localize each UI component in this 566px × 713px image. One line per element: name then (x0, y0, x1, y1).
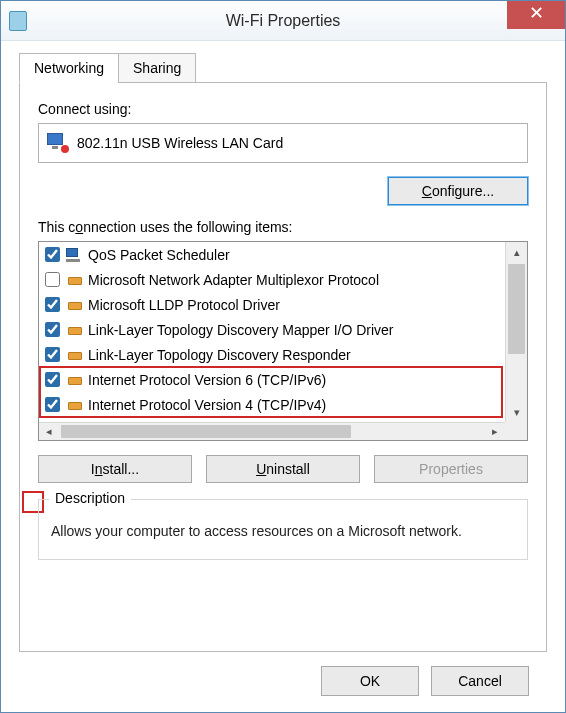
scroll-down-arrow[interactable]: ▾ (506, 402, 527, 422)
horizontal-scrollbar[interactable]: ◂ ▸ (39, 422, 505, 440)
install-button[interactable]: Install... (38, 455, 192, 483)
configure-button[interactable]: Configure... (388, 177, 528, 205)
service-icon (66, 248, 82, 262)
tabstrip: Networking Sharing (19, 53, 547, 83)
close-button[interactable]: ✕ (507, 1, 565, 29)
component-buttons-row: Install... Uninstall Properties (38, 455, 528, 483)
list-item[interactable]: Internet Protocol Version 6 (TCP/IPv6) (39, 367, 505, 392)
items-label: This connection uses the following items… (38, 219, 528, 235)
tab-sharing[interactable]: Sharing (118, 53, 196, 83)
list-item[interactable]: Link-Layer Topology Discovery Mapper I/O… (39, 317, 505, 342)
item-label: Internet Protocol Version 6 (TCP/IPv6) (88, 372, 326, 388)
scroll-up-arrow[interactable]: ▴ (506, 242, 527, 262)
description-legend: Description (49, 490, 131, 506)
protocol-icon (66, 398, 82, 412)
app-icon (9, 11, 27, 31)
network-adapter-icon (47, 133, 69, 153)
list-item[interactable]: Link-Layer Topology Discovery Responder (39, 342, 505, 367)
properties-button: Properties (374, 455, 528, 483)
item-checkbox[interactable] (45, 322, 60, 337)
vertical-scrollbar[interactable]: ▴ ▾ (505, 242, 527, 422)
item-label: Link-Layer Topology Discovery Mapper I/O… (88, 322, 394, 338)
item-label: Link-Layer Topology Discovery Responder (88, 347, 351, 363)
protocol-icon (66, 373, 82, 387)
item-checkbox[interactable] (45, 372, 60, 387)
item-checkbox[interactable] (45, 297, 60, 312)
item-label: QoS Packet Scheduler (88, 247, 230, 263)
tab-networking[interactable]: Networking (19, 53, 119, 83)
adapter-name: 802.11n USB Wireless LAN Card (77, 135, 283, 151)
vertical-scroll-thumb[interactable] (508, 264, 525, 354)
item-label: Microsoft Network Adapter Multiplexor Pr… (88, 272, 379, 288)
uninstall-button[interactable]: Uninstall (206, 455, 360, 483)
horizontal-scroll-thumb[interactable] (61, 425, 351, 438)
description-text: Allows your computer to access resources… (51, 522, 515, 541)
list-item[interactable]: QoS Packet Scheduler (39, 242, 505, 267)
content-area: Networking Sharing Connect using: 802.11… (1, 41, 565, 712)
dialog-footer-buttons: OK Cancel (19, 652, 547, 696)
description-group: Description Allows your computer to acce… (38, 499, 528, 560)
adapter-field[interactable]: 802.11n USB Wireless LAN Card (38, 123, 528, 163)
item-label: Internet Protocol Version 4 (TCP/IPv4) (88, 397, 326, 413)
wifi-properties-window: Wi-Fi Properties ✕ Networking Sharing Co… (0, 0, 566, 713)
item-checkbox[interactable] (45, 397, 60, 412)
item-label: Microsoft LLDP Protocol Driver (88, 297, 280, 313)
item-checkbox[interactable] (45, 347, 60, 362)
protocol-icon (66, 298, 82, 312)
protocol-icon (66, 348, 82, 362)
titlebar: Wi-Fi Properties ✕ (1, 1, 565, 41)
protocol-icon (66, 323, 82, 337)
configure-row: Configure... (38, 177, 528, 205)
components-listbox[interactable]: QoS Packet SchedulerMicrosoft Network Ad… (38, 241, 528, 441)
scroll-left-arrow[interactable]: ◂ (39, 425, 59, 438)
item-checkbox[interactable] (45, 272, 60, 287)
list-item[interactable]: Microsoft Network Adapter Multiplexor Pr… (39, 267, 505, 292)
tab-panel-networking: Connect using: 802.11n USB Wireless LAN … (19, 82, 547, 652)
scroll-corner (505, 422, 527, 440)
protocol-icon (66, 273, 82, 287)
scroll-right-arrow[interactable]: ▸ (485, 425, 505, 438)
list-item[interactable]: Microsoft LLDP Protocol Driver (39, 292, 505, 317)
ok-button[interactable]: OK (321, 666, 419, 696)
window-title: Wi-Fi Properties (1, 12, 565, 30)
list-item[interactable]: Internet Protocol Version 4 (TCP/IPv4) (39, 392, 505, 417)
item-checkbox[interactable] (45, 247, 60, 262)
cancel-button[interactable]: Cancel (431, 666, 529, 696)
connect-using-label: Connect using: (38, 101, 528, 117)
